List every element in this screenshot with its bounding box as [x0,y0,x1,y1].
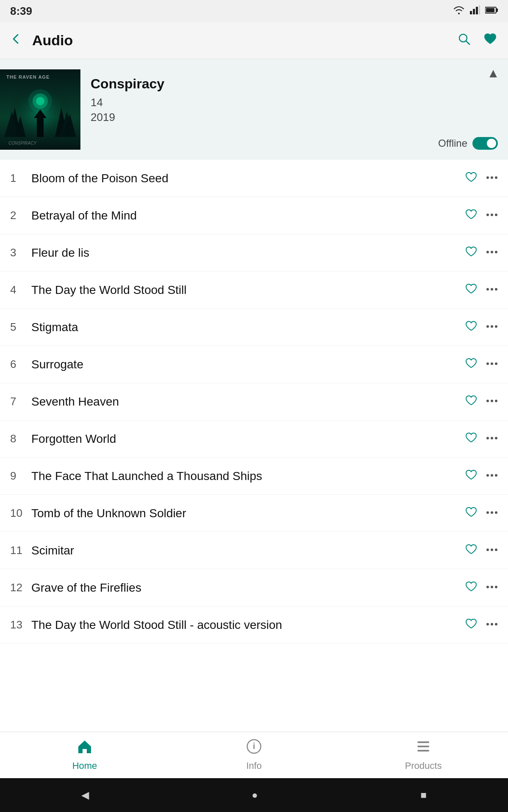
wifi-icon [453,5,465,17]
track-favorite-button[interactable] [465,469,478,483]
svg-point-31 [491,251,493,253]
track-item[interactable]: 4 The Day the World Stood Still [0,272,508,309]
status-icons [453,5,498,17]
offline-toggle[interactable] [472,137,498,150]
track-actions [465,506,498,520]
album-art: THE RAVEN AGE CONSPIRACY [0,69,80,150]
track-item[interactable]: 13 The Day the World Stood Still - acous… [0,606,508,644]
search-button[interactable] [457,32,471,49]
back-button[interactable] [10,33,22,48]
svg-point-33 [486,288,489,291]
track-actions [465,432,498,446]
svg-rect-65 [417,741,429,743]
svg-rect-66 [417,746,429,747]
favorite-button[interactable] [483,32,498,49]
track-favorite-button[interactable] [465,171,478,185]
bottom-nav-info[interactable]: i Info [169,732,339,778]
track-item[interactable]: 12 Grave of the Fireflies [0,569,508,606]
svg-point-47 [495,437,497,439]
track-item[interactable]: 7 Seventh Heaven [0,383,508,420]
svg-rect-5 [496,8,498,12]
track-item[interactable]: 8 Forgotten World [0,420,508,458]
track-item[interactable]: 10 Tomb of the Unknown Soldier [0,495,508,532]
track-number: 3 [10,246,31,259]
track-favorite-button[interactable] [465,320,478,334]
track-actions [465,208,498,222]
system-nav: ◀ ● ■ [0,778,508,812]
track-favorite-button[interactable] [465,618,478,632]
track-favorite-button[interactable] [465,395,478,409]
track-favorite-button[interactable] [465,357,478,371]
svg-point-61 [491,623,493,625]
track-item[interactable]: 2 Betrayal of the Mind [0,197,508,234]
track-actions [465,357,498,371]
track-actions [465,543,498,557]
svg-line-8 [466,41,469,44]
album-info: Conspiracy 14 2019 [80,69,498,131]
status-bar: 8:39 [0,0,508,22]
track-title: Bloom of the Poison Seed [31,172,465,185]
track-favorite-button[interactable] [465,246,478,260]
track-more-button[interactable] [486,583,498,593]
track-item[interactable]: 9 The Face That Launched a Thousand Ship… [0,458,508,495]
track-favorite-button[interactable] [465,208,478,222]
track-title: Tomb of the Unknown Soldier [31,507,465,520]
track-title: Fleur de lis [31,246,465,260]
track-item[interactable]: 1 Bloom of the Poison Seed [0,160,508,197]
track-more-button[interactable] [486,397,498,407]
track-more-button[interactable] [486,359,498,370]
svg-point-55 [491,549,493,551]
track-title: The Day the World Stood Still - acoustic… [31,618,465,632]
track-item[interactable]: 6 Surrogate [0,346,508,383]
track-number: 13 [10,618,31,631]
track-actions [465,283,498,297]
home-icon [77,739,93,758]
track-more-button[interactable] [486,285,498,295]
track-item[interactable]: 11 Scimitar [0,532,508,569]
track-more-button[interactable] [486,546,498,556]
svg-point-30 [486,251,489,253]
svg-point-57 [486,586,489,588]
track-actions [465,469,498,483]
track-item[interactable]: 3 Fleur de lis [0,234,508,272]
svg-point-56 [495,549,497,551]
track-more-button[interactable] [486,248,498,258]
svg-point-59 [495,586,497,588]
svg-point-41 [495,362,497,365]
track-favorite-button[interactable] [465,581,478,595]
offline-label: Offline [438,137,467,149]
info-icon: i [246,739,262,758]
collapse-button[interactable]: ▲ [487,66,500,80]
track-more-button[interactable] [486,173,498,184]
svg-point-32 [495,251,497,253]
svg-point-45 [486,437,489,439]
svg-point-13 [36,97,44,105]
track-more-button[interactable] [486,620,498,630]
bottom-nav-home[interactable]: Home [0,732,169,778]
svg-rect-3 [479,5,480,14]
svg-point-60 [486,623,489,625]
track-favorite-button[interactable] [465,283,478,297]
track-number: 8 [10,432,31,445]
track-title: Grave of the Fireflies [31,581,465,595]
track-number: 1 [10,172,31,185]
track-more-button[interactable] [486,508,498,518]
track-number: 6 [10,358,31,371]
track-more-button[interactable] [486,471,498,481]
track-more-button[interactable] [486,434,498,444]
track-number: 4 [10,283,31,296]
album-title: Conspiracy [91,76,488,92]
track-more-button[interactable] [486,322,498,332]
svg-point-51 [486,511,489,514]
track-item[interactable]: 5 Stigmata [0,309,508,346]
track-favorite-button[interactable] [465,432,478,446]
track-favorite-button[interactable] [465,506,478,520]
bottom-nav-products[interactable]: Products [339,732,508,778]
svg-point-50 [495,474,497,477]
track-favorite-button[interactable] [465,543,478,557]
svg-point-52 [491,511,493,514]
system-home-button[interactable]: ● [251,789,258,801]
system-recent-button[interactable]: ■ [420,789,427,801]
system-back-button[interactable]: ◀ [81,789,89,801]
track-more-button[interactable] [486,211,498,221]
